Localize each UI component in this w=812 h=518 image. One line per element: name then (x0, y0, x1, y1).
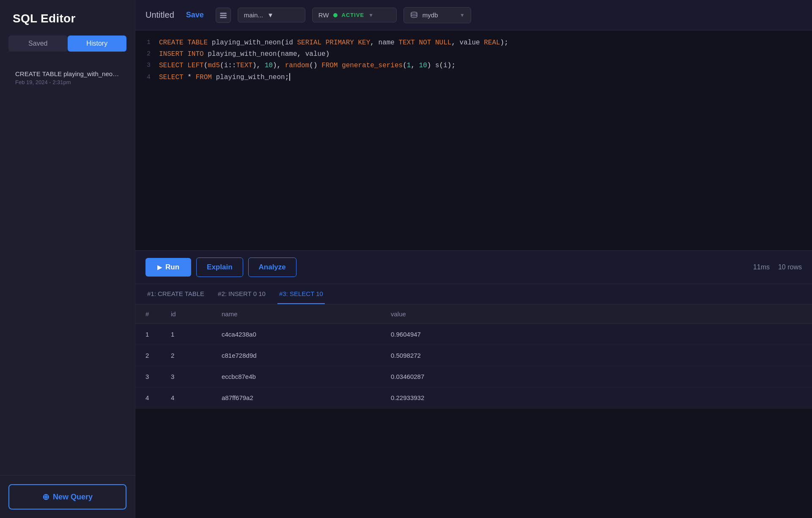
branch-dropdown[interactable]: main... ▼ (238, 8, 305, 22)
branch-label: main... (244, 11, 263, 19)
run-bar: ▶ Run Explain Analyze 11ms 10 rows (135, 251, 812, 284)
bottom-panel: ▶ Run Explain Analyze 11ms 10 rows #1: C… (135, 250, 812, 408)
cell-id: 3 (161, 366, 211, 387)
line-number: 3 (144, 60, 159, 71)
sidebar-footer: ⊕ New Query (0, 475, 135, 518)
schema-icon (219, 11, 228, 19)
analyze-button[interactable]: Analyze (248, 258, 296, 277)
history-item-date: Feb 19, 2024 - 2:31pm (15, 79, 120, 85)
explain-button[interactable]: Explain (196, 258, 243, 277)
code-content: SELECT LEFT(md5(i::TEXT), 10), random() … (159, 60, 455, 71)
sidebar-tabs: Saved History (0, 36, 135, 58)
run-time: 11ms (753, 263, 770, 271)
svg-point-3 (411, 12, 417, 14)
new-query-label: New Query (53, 493, 93, 502)
cell-id: 4 (161, 387, 211, 408)
sidebar: SQL Editor Saved History CREATE TABLE pl… (0, 0, 135, 518)
line-number: 1 (144, 37, 159, 49)
cell-rownum: 3 (135, 366, 161, 387)
cell-name: a87ff679a2 (211, 387, 381, 408)
table-row: 4 4 a87ff679a2 0.22933932 (135, 387, 812, 408)
status-dot (333, 13, 337, 17)
cell-value: 0.22933932 (381, 387, 812, 408)
code-editor[interactable]: 1 CREATE TABLE playing_with_neon(id SERI… (135, 30, 812, 250)
table-header-row: # id name value (135, 304, 812, 324)
results-table-container: # id name value 1 1 c4ca4238a0 0.9604947… (135, 304, 812, 408)
code-line-4: 4 SELECT * FROM playing_with_neon; (135, 72, 812, 83)
save-button[interactable]: Save (181, 8, 209, 22)
result-tab-insert[interactable]: #2: INSERT 0 10 (216, 284, 267, 304)
run-rows: 10 rows (778, 263, 802, 271)
code-line-2: 2 INSERT INTO playing_with_neon(name, va… (135, 49, 812, 60)
database-icon (410, 11, 418, 19)
list-item[interactable]: CREATE TABLE playing_with_neon... Feb 19… (8, 65, 126, 90)
results-table: # id name value 1 1 c4ca4238a0 0.9604947… (135, 304, 812, 408)
chevron-down-icon: ▼ (460, 12, 465, 18)
schema-icon-button[interactable] (216, 8, 231, 23)
history-item-title: CREATE TABLE playing_with_neon... (15, 70, 120, 77)
cell-rownum: 4 (135, 387, 161, 408)
result-tab-create[interactable]: #1: CREATE TABLE (145, 284, 206, 304)
code-line-3: 3 SELECT LEFT(md5(i::TEXT), 10), random(… (135, 60, 812, 71)
col-header-hash: # (135, 304, 161, 324)
col-header-name: name (211, 304, 381, 324)
cell-name: c81e728d9d (211, 345, 381, 366)
main-content: Untitled Save main... ▼ RW ACTIVE ▼ (135, 0, 812, 518)
header-bar: Untitled Save main... ▼ RW ACTIVE ▼ (135, 0, 812, 30)
svg-rect-2 (220, 17, 227, 18)
cell-id: 2 (161, 345, 211, 366)
col-header-value: value (381, 304, 812, 324)
cell-name: c4ca4238a0 (211, 324, 381, 345)
code-line-1: 1 CREATE TABLE playing_with_neon(id SERI… (135, 37, 812, 49)
mode-label: RW (318, 11, 329, 19)
cell-id: 1 (161, 324, 211, 345)
cell-value: 0.5098272 (381, 345, 812, 366)
line-number: 4 (144, 72, 159, 83)
tab-history[interactable]: History (68, 36, 127, 52)
cell-rownum: 2 (135, 345, 161, 366)
run-stats: 11ms 10 rows (753, 263, 802, 271)
cell-rownum: 1 (135, 324, 161, 345)
plus-icon: ⊕ (42, 492, 49, 502)
status-label: ACTIVE (342, 12, 365, 18)
line-number: 2 (144, 49, 159, 60)
code-content: INSERT INTO playing_with_neon(name, valu… (159, 49, 329, 60)
history-list: CREATE TABLE playing_with_neon... Feb 19… (0, 58, 135, 475)
result-tabs: #1: CREATE TABLE #2: INSERT 0 10 #3: SEL… (135, 284, 812, 304)
svg-rect-1 (220, 15, 227, 16)
cell-name: eccbc87e4b (211, 366, 381, 387)
new-query-button[interactable]: ⊕ New Query (8, 484, 126, 510)
table-row: 3 3 eccbc87e4b 0.03460287 (135, 366, 812, 387)
db-label: mydb (422, 11, 438, 19)
cell-value: 0.03460287 (381, 366, 812, 387)
query-title: Untitled (145, 10, 174, 20)
svg-rect-0 (220, 13, 227, 14)
run-label: Run (165, 263, 179, 271)
run-button[interactable]: ▶ Run (145, 258, 191, 277)
mode-dropdown[interactable]: RW ACTIVE ▼ (312, 8, 397, 22)
cell-value: 0.9604947 (381, 324, 812, 345)
tab-saved[interactable]: Saved (8, 36, 68, 52)
result-tab-select[interactable]: #3: SELECT 10 (277, 284, 325, 304)
table-row: 2 2 c81e728d9d 0.5098272 (135, 345, 812, 366)
db-dropdown[interactable]: mydb ▼ (403, 7, 471, 23)
chevron-down-icon: ▼ (267, 11, 274, 19)
code-content: SELECT * FROM playing_with_neon; (159, 72, 290, 83)
chevron-down-icon: ▼ (368, 12, 373, 18)
play-icon: ▶ (157, 264, 162, 271)
col-header-id: id (161, 304, 211, 324)
app-title: SQL Editor (0, 0, 135, 36)
code-content: CREATE TABLE playing_with_neon(id SERIAL… (159, 37, 508, 49)
table-row: 1 1 c4ca4238a0 0.9604947 (135, 324, 812, 345)
